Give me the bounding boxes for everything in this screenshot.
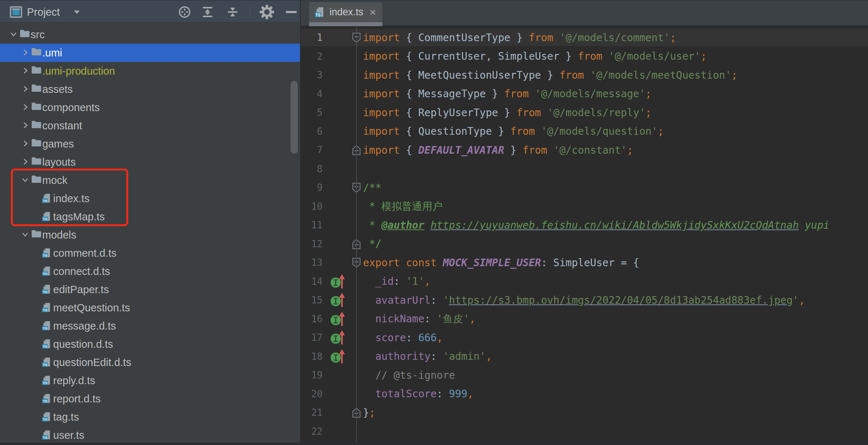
tree-item-questionEdit.d.ts[interactable]: TSquestionEdit.d.ts xyxy=(0,353,301,371)
line-number: 6 xyxy=(301,122,323,141)
code-line-22[interactable]: 22 xyxy=(301,422,868,441)
folder-icon xyxy=(31,120,42,130)
implements-property-gutter-icon[interactable] xyxy=(330,311,355,327)
code-line-2[interactable]: 2import { CurrentUser, SimpleUser } from… xyxy=(301,47,868,66)
typescript-file-icon: TS xyxy=(42,339,51,351)
tree-item-label: games xyxy=(42,135,74,153)
chevron-down-icon[interactable] xyxy=(21,231,29,240)
code-line-13[interactable]: 13export const MOCK_SIMPLE_USER: SimpleU… xyxy=(301,253,868,272)
chevron-right-icon[interactable] xyxy=(21,48,29,58)
gutter-separator-line xyxy=(356,25,357,445)
collapse-all-icon[interactable] xyxy=(225,1,241,23)
line-number: 4 xyxy=(301,84,323,103)
chevron-right-icon[interactable] xyxy=(21,103,29,113)
tree-item-message.d.ts[interactable]: TSmessage.d.ts xyxy=(0,317,301,335)
code-line-14[interactable]: 14 _id: '1', xyxy=(301,272,868,291)
typescript-file-icon: TS xyxy=(42,248,51,260)
folder-icon xyxy=(31,102,42,112)
code-line-11[interactable]: 11 * @author https://yuyuanweb.feishu.cn… xyxy=(301,216,868,235)
code-line-12[interactable]: 12 */ xyxy=(301,235,868,253)
tree-item-src[interactable]: src xyxy=(0,25,301,44)
svg-text:TS: TS xyxy=(43,417,48,421)
tree-item-comment.d.ts[interactable]: TScomment.d.ts xyxy=(0,244,301,262)
chevron-down-icon[interactable] xyxy=(9,30,17,40)
window-bottom-edge xyxy=(0,443,868,445)
hide-panel-icon[interactable] xyxy=(283,1,299,23)
code-text: * @author https://yuyuanweb.feishu.cn/wi… xyxy=(363,216,829,235)
code-line-20[interactable]: 20 totalScore: 999, xyxy=(301,385,868,403)
code-line-10[interactable]: 10 * 模拟普通用户 xyxy=(301,197,868,216)
code-line-4[interactable]: 4import { MessageType } from '@/models/m… xyxy=(301,84,868,103)
close-icon[interactable] xyxy=(369,9,376,16)
svg-text:TS: TS xyxy=(43,290,48,294)
implements-property-gutter-icon[interactable] xyxy=(330,274,355,290)
code-line-18[interactable]: 18 authority: 'admin', xyxy=(301,347,868,366)
code-line-7[interactable]: 7import { DEFAULT_AVATAR } from '@/const… xyxy=(301,141,868,160)
tree-item-reply.d.ts[interactable]: TSreply.d.ts xyxy=(0,371,301,390)
tree-item-label: editPaper.ts xyxy=(53,280,109,299)
tab-index-ts[interactable]: TS index.ts xyxy=(309,2,382,22)
code-text: export const MOCK_SIMPLE_USER: SimpleUse… xyxy=(363,253,639,272)
code-line-19[interactable]: 19 // @ts-ignore xyxy=(301,366,868,385)
project-tool-icon xyxy=(9,1,23,23)
line-number: 22 xyxy=(301,422,323,441)
tree-item-components[interactable]: components xyxy=(0,98,301,117)
line-number: 10 xyxy=(301,197,323,216)
code-text: import { MeetQuestionUserType } from '@/… xyxy=(363,66,737,84)
code-text: score: 666, xyxy=(363,328,443,347)
tree-item-editPaper.ts[interactable]: TSeditPaper.ts xyxy=(0,280,301,299)
chevron-right-icon[interactable] xyxy=(21,67,29,76)
code-line-8[interactable]: 8 xyxy=(301,160,868,178)
code-text: authority: 'admin', xyxy=(363,347,492,366)
tree-item-report.d.ts[interactable]: TSreport.d.ts xyxy=(0,390,301,408)
tree-item-tag.ts[interactable]: TStag.ts xyxy=(0,408,301,426)
typescript-file-icon: TS xyxy=(42,375,51,387)
tree-item-games[interactable]: games xyxy=(0,135,301,153)
chevron-right-icon[interactable] xyxy=(21,139,29,149)
project-tree: src.umi.umi-productionassetscomponentsco… xyxy=(0,23,301,445)
settings-gear-icon[interactable] xyxy=(259,1,275,23)
tree-item-question.d.ts[interactable]: TSquestion.d.ts xyxy=(0,335,301,353)
tree-item-constant[interactable]: constant xyxy=(0,117,301,135)
code-line-21[interactable]: 21}; xyxy=(301,403,868,422)
code-line-5[interactable]: 5import { ReplyUserType } from '@/models… xyxy=(301,103,868,122)
tree-item-label: report.d.ts xyxy=(53,390,101,408)
code-line-1[interactable]: 1import { CommentUserType } from '@/mode… xyxy=(301,28,868,47)
code-line-3[interactable]: 3import { MeetQuestionUserType } from '@… xyxy=(301,66,868,84)
tree-item-label: constant xyxy=(42,117,82,135)
locate-file-icon[interactable] xyxy=(177,1,193,23)
editor-tab-bar: TS index.ts xyxy=(301,0,868,25)
implements-property-gutter-icon[interactable] xyxy=(330,330,355,346)
project-dropdown-caret-icon[interactable] xyxy=(73,1,81,23)
chevron-right-icon[interactable] xyxy=(21,121,29,131)
folder-icon xyxy=(31,84,42,94)
line-number: 14 xyxy=(301,272,323,291)
chevron-right-icon[interactable] xyxy=(21,85,29,94)
tree-item-connect.d.ts[interactable]: TSconnect.d.ts xyxy=(0,262,301,280)
line-number: 7 xyxy=(301,141,323,160)
code-line-17[interactable]: 17 score: 666, xyxy=(301,328,868,347)
typescript-file-icon: TS xyxy=(42,411,51,424)
tree-item-label: questionEdit.d.ts xyxy=(53,353,131,371)
tree-item-.umi[interactable]: .umi xyxy=(0,44,301,62)
line-number: 8 xyxy=(301,160,323,178)
project-panel-title[interactable]: Project xyxy=(27,1,60,23)
tree-item-user.ts[interactable]: TSuser.ts xyxy=(0,426,301,444)
tree-item-.umi-production[interactable]: .umi-production xyxy=(0,62,301,80)
expand-all-icon[interactable] xyxy=(200,1,216,23)
code-line-15[interactable]: 15 avatarUrl: 'https://s3.bmp.ovh/imgs/2… xyxy=(301,291,868,310)
chevron-right-icon[interactable] xyxy=(21,158,29,167)
implements-property-gutter-icon[interactable] xyxy=(330,292,355,308)
tree-item-assets[interactable]: assets xyxy=(0,80,301,98)
code-line-16[interactable]: 16 nickName: '鱼皮', xyxy=(301,310,868,328)
code-text: avatarUrl: 'https://s3.bmp.ovh/imgs/2022… xyxy=(363,291,805,310)
code-text: }; xyxy=(363,403,375,422)
tree-item-models[interactable]: models xyxy=(0,226,301,244)
code-text: // @ts-ignore xyxy=(363,366,455,385)
code-line-6[interactable]: 6import { QuestionType } from '@/models/… xyxy=(301,122,868,141)
tree-item-meetQuestion.ts[interactable]: TSmeetQuestion.ts xyxy=(0,299,301,317)
code-text: import { MessageType } from '@/models/me… xyxy=(363,84,651,103)
tree-scrollbar[interactable] xyxy=(291,81,298,154)
implements-property-gutter-icon[interactable] xyxy=(330,349,355,365)
code-line-9[interactable]: 9/** xyxy=(301,178,868,197)
